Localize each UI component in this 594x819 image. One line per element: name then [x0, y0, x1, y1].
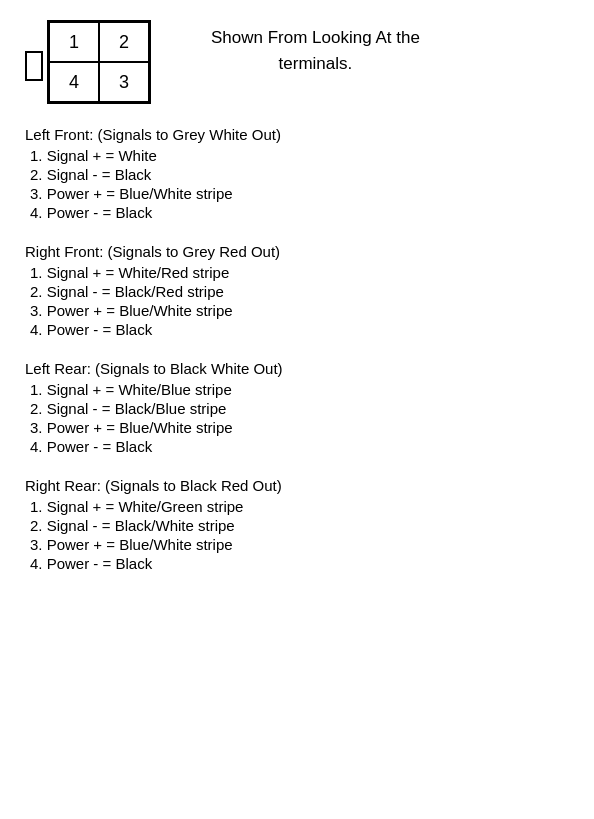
section-3: Right Rear: (Signals to Black Red Out)1.… [25, 477, 569, 572]
section-0: Left Front: (Signals to Grey White Out)1… [25, 126, 569, 221]
section-2: Left Rear: (Signals to Black White Out)1… [25, 360, 569, 455]
list-item-0-0: 1. Signal + = White [30, 147, 569, 164]
section-1: Right Front: (Signals to Grey Red Out)1.… [25, 243, 569, 338]
diagram-wrapper: 1 2 4 3 [25, 20, 211, 104]
list-item-2-0: 1. Signal + = White/Blue stripe [30, 381, 569, 398]
section-title-2: Left Rear: (Signals to Black White Out) [25, 360, 569, 377]
list-item-0-1: 2. Signal - = Black [30, 166, 569, 183]
header-section: 1 2 4 3 Shown From Looking At the termin… [25, 20, 569, 104]
header-title-line2: terminals. [279, 54, 353, 73]
side-indicator [25, 51, 43, 81]
cell-2: 2 [99, 22, 149, 62]
list-item-0-3: 4. Power - = Black [30, 204, 569, 221]
cell-4: 4 [49, 62, 99, 102]
header-title: Shown From Looking At the terminals. [211, 20, 420, 76]
list-item-1-0: 1. Signal + = White/Red stripe [30, 264, 569, 281]
list-item-0-2: 3. Power + = Blue/White stripe [30, 185, 569, 202]
cell-1: 1 [49, 22, 99, 62]
terminal-diagram: 1 2 4 3 [47, 20, 151, 104]
section-list-1: 1. Signal + = White/Red stripe2. Signal … [25, 264, 569, 338]
header-title-line1: Shown From Looking At the [211, 28, 420, 47]
section-list-3: 1. Signal + = White/Green stripe2. Signa… [25, 498, 569, 572]
section-title-1: Right Front: (Signals to Grey Red Out) [25, 243, 569, 260]
sections-container: Left Front: (Signals to Grey White Out)1… [25, 126, 569, 572]
section-list-0: 1. Signal + = White2. Signal - = Black3.… [25, 147, 569, 221]
list-item-1-2: 3. Power + = Blue/White stripe [30, 302, 569, 319]
list-item-3-3: 4. Power - = Black [30, 555, 569, 572]
section-title-0: Left Front: (Signals to Grey White Out) [25, 126, 569, 143]
list-item-2-2: 3. Power + = Blue/White stripe [30, 419, 569, 436]
section-title-3: Right Rear: (Signals to Black Red Out) [25, 477, 569, 494]
cell-3: 3 [99, 62, 149, 102]
list-item-3-0: 1. Signal + = White/Green stripe [30, 498, 569, 515]
section-list-2: 1. Signal + = White/Blue stripe2. Signal… [25, 381, 569, 455]
list-item-1-1: 2. Signal - = Black/Red stripe [30, 283, 569, 300]
list-item-2-3: 4. Power - = Black [30, 438, 569, 455]
list-item-3-1: 2. Signal - = Black/White stripe [30, 517, 569, 534]
list-item-2-1: 2. Signal - = Black/Blue stripe [30, 400, 569, 417]
list-item-3-2: 3. Power + = Blue/White stripe [30, 536, 569, 553]
list-item-1-3: 4. Power - = Black [30, 321, 569, 338]
